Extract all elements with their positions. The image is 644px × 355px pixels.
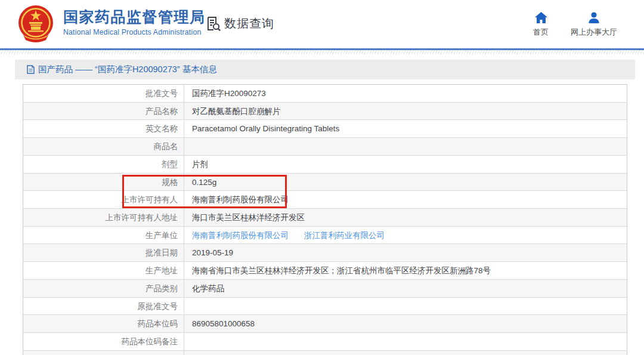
row-label: 剂型 [23,156,184,173]
row-label: 药品本位码备注 [23,333,184,350]
nav-home-label: 首页 [524,27,558,38]
page-header: 国家药品监督管理局 National Medical Products Admi… [0,0,644,48]
row-label: 批准文号 [23,85,184,102]
table-row-partial [23,351,627,355]
row-value [184,298,627,315]
home-icon [535,12,547,23]
row-value: 海南普利制药股份有限公司浙江普利药业有限公司 [184,227,627,244]
nav-item-service-hall[interactable]: 网上办事大厅 [555,12,633,38]
nav-hall-label: 网上办事大厅 [555,27,633,38]
row-value: 86905801000658 [184,315,627,332]
row-label: 产品名称 [23,103,184,120]
row-value [184,333,627,350]
table-row: 批准文号 国药准字H20090273 [23,85,627,103]
row-label: 上市许可持有人地址 [23,209,184,226]
panel-title: 国产药品 —— “国药准字H20090273” 基本信息 [38,60,217,79]
nmpa-emblem-logo[interactable] [16,4,55,44]
info-table: 批准文号 国药准字H20090273 产品名称 对乙酰氨基酚口腔崩解片 英文名称… [23,84,627,355]
row-label [23,351,184,355]
producer-link[interactable]: 浙江普利药业有限公司 [304,231,385,240]
row-value: 海南省海口市美兰区桂林洋经济开发区；浙江省杭州市临平区经济开发区新洲路78号 [184,262,627,279]
table-row: 批准日期 2019-05-19 [23,244,627,262]
row-value [184,351,627,355]
brand-subtitle: National Medical Products Administration [63,28,206,36]
panel-title-bar: 国产药品 —— “国药准字H20090273” 基本信息 [15,60,635,79]
row-value: 对乙酰氨基酚口腔崩解片 [184,103,627,120]
row-value: 海南普利制药股份有限公司 [184,191,627,208]
content-panel: 国产药品 —— “国药准字H20090273” 基本信息 批准文号 国药准字H2… [15,60,635,355]
table-row: 生产单位 海南普利制药股份有限公司浙江普利药业有限公司 [23,227,627,245]
data-query-label: 数据查询 [224,16,274,32]
table-row: 生产地址 海南省海口市美兰区桂林洋经济开发区；浙江省杭州市临平区经济开发区新洲路… [23,262,627,280]
row-value: 0.125g [184,174,627,191]
table-row: 原批准文号 [23,298,627,316]
table-row: 上市许可持有人 海南普利制药股份有限公司 [23,191,627,209]
row-label: 药品本位码 [23,315,184,332]
table-row: 上市许可持有人地址 海口市美兰区桂林洋经济开发区 [23,209,627,227]
header-hatch-band [0,50,644,54]
table-row: 产品类别 化学药品 [23,280,627,298]
brand-title: 国家药品监督管理局 [63,8,206,26]
row-value: 化学药品 [184,280,627,297]
user-icon [588,12,600,23]
table-row: 剂型 片剂 [23,156,627,174]
row-label: 生产地址 [23,262,184,279]
row-label: 产品类别 [23,280,184,297]
row-label: 英文名称 [23,120,184,137]
document-icon [27,65,35,74]
producer-link[interactable]: 海南普利制药股份有限公司 [192,231,289,240]
row-label: 上市许可持有人 [23,191,184,208]
row-value: 2019-05-19 [184,244,627,261]
row-label: 规格 [23,174,184,191]
row-value: 国药准字H20090273 [184,85,627,102]
table-row: 药品本位码备注 [23,333,627,351]
table-row: 药品本位码 86905801000658 [23,315,627,333]
row-label: 批准日期 [23,244,184,261]
brand-block: 国家药品监督管理局 National Medical Products Admi… [63,8,206,36]
row-value: 片剂 [184,156,627,173]
data-query-link[interactable]: 数据查询 [205,16,274,32]
row-label: 商品名 [23,138,184,155]
nav-item-home[interactable]: 首页 [524,12,558,38]
row-value: Paracetamol Orally Disintegrating Tablet… [184,120,627,137]
table-row: 英文名称 Paracetamol Orally Disintegrating T… [23,120,627,138]
row-label: 原批准文号 [23,298,184,315]
table-row: 商品名 [23,138,627,156]
row-label: 生产单位 [23,227,184,244]
table-row: 产品名称 对乙酰氨基酚口腔崩解片 [23,103,627,121]
table-row: 规格 0.125g [23,174,627,192]
row-value [184,138,627,155]
doc-search-icon [205,16,221,32]
row-value: 海口市美兰区桂林洋经济开发区 [184,209,627,226]
